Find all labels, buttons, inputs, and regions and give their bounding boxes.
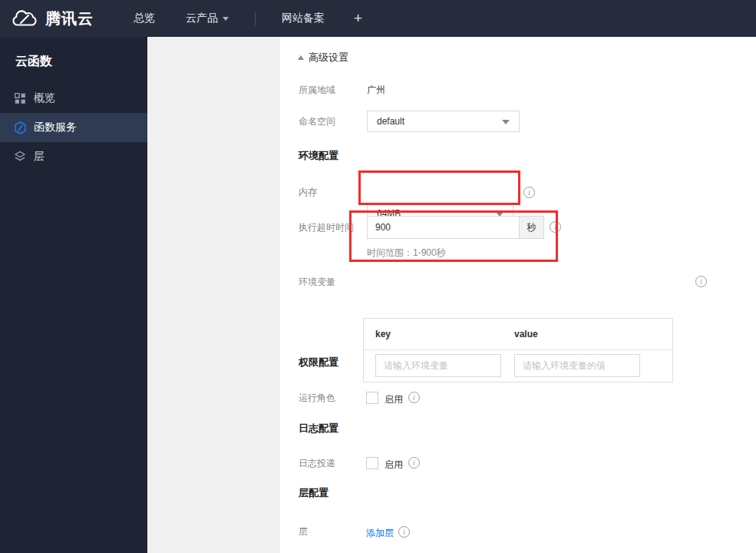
primary-nav: 总览 云产品 网站备案 + <box>118 10 362 27</box>
timeout-unit-suffix: 秒 <box>520 216 544 239</box>
env-vars-value-header: value <box>514 329 538 339</box>
nav-item-overview[interactable]: 总览 <box>134 12 155 25</box>
region-label: 所属地域 <box>299 84 335 95</box>
layer-label: 层 <box>299 526 308 537</box>
log-delivery-checkbox[interactable] <box>366 457 378 469</box>
nav-divider <box>255 12 256 25</box>
env-vars-label: 环境变量 <box>299 276 335 287</box>
namespace-select[interactable]: default <box>367 111 520 132</box>
run-role-enable-label: 启用 <box>385 393 403 406</box>
chevron-down-icon <box>223 17 229 21</box>
sidebar-item-label: 层 <box>34 150 45 164</box>
timeout-input[interactable] <box>367 216 520 239</box>
sidebar-item-function-service[interactable]: 函数服务 <box>0 113 147 142</box>
section-env-config: 环境配置 <box>299 150 338 162</box>
env-var-key-input[interactable] <box>375 354 501 377</box>
log-delivery-info-icon[interactable]: i <box>408 457 420 469</box>
sidebar-item-layers[interactable]: 层 <box>0 142 147 171</box>
sidebar-title: 云函数 <box>0 37 147 84</box>
grid-icon <box>13 91 27 105</box>
collapse-triangle-icon <box>298 55 304 60</box>
nav-item-cloud-products-label: 云产品 <box>186 12 218 25</box>
run-role-info-icon[interactable]: i <box>408 392 420 403</box>
section-log-config: 日志配置 <box>299 422 338 435</box>
timeout-input-group: 秒 <box>367 216 544 239</box>
tencent-cloud-console: 腾讯云 总览 云产品 网站备案 + 云函数 概览 <box>0 0 756 553</box>
add-layer-link[interactable]: 添加层 <box>366 527 394 540</box>
nav-item-icp-filing[interactable]: 网站备案 <box>282 12 325 25</box>
sidebar-item-overview[interactable]: 概览 <box>0 84 147 113</box>
secondary-panel <box>147 37 280 553</box>
namespace-label: 命名空间 <box>299 116 335 127</box>
top-navbar: 腾讯云 总览 云产品 网站备案 + <box>0 0 756 37</box>
add-layer-info-icon[interactable]: i <box>398 526 410 538</box>
env-vars-info-icon[interactable]: i <box>695 276 707 287</box>
sidebar-item-label: 概览 <box>34 91 55 105</box>
env-var-value-input[interactable] <box>514 354 640 377</box>
namespace-selected-value: default <box>377 116 404 127</box>
log-delivery-label: 日志投递 <box>299 458 335 469</box>
brand[interactable]: 腾讯云 <box>12 8 94 29</box>
timeout-info-icon[interactable]: i <box>550 221 561 233</box>
run-role-checkbox[interactable] <box>366 392 378 404</box>
brand-name: 腾讯云 <box>45 8 94 29</box>
advanced-settings-label: 高级设置 <box>309 51 348 65</box>
section-permission-config: 权限配置 <box>299 356 338 369</box>
add-tab-button[interactable]: + <box>354 10 362 27</box>
sidebar: 云函数 概览 函数服务 <box>0 37 147 553</box>
memory-label: 内存 <box>299 187 317 197</box>
region-value: 广州 <box>367 84 385 95</box>
table-header-divider <box>364 349 672 350</box>
timeout-label: 执行超时时间 <box>299 222 354 233</box>
tencent-cloud-logo-icon <box>12 9 38 28</box>
sidebar-item-label: 函数服务 <box>34 121 77 134</box>
log-delivery-enable-label: 启用 <box>385 459 403 472</box>
timeout-range-hint: 时间范围：1-900秒 <box>367 247 446 260</box>
run-role-label: 运行角色 <box>299 392 335 403</box>
nav-item-cloud-products[interactable]: 云产品 <box>186 12 229 25</box>
chevron-down-icon <box>502 120 510 124</box>
advanced-settings-toggle[interactable]: 高级设置 <box>298 51 348 65</box>
section-layer-config: 层配置 <box>299 487 328 499</box>
env-vars-table: key value <box>363 318 673 382</box>
scf-hexagon-icon <box>13 121 27 134</box>
env-vars-key-header: key <box>375 329 391 339</box>
layers-icon <box>13 150 27 164</box>
memory-info-icon[interactable]: i <box>523 187 535 198</box>
